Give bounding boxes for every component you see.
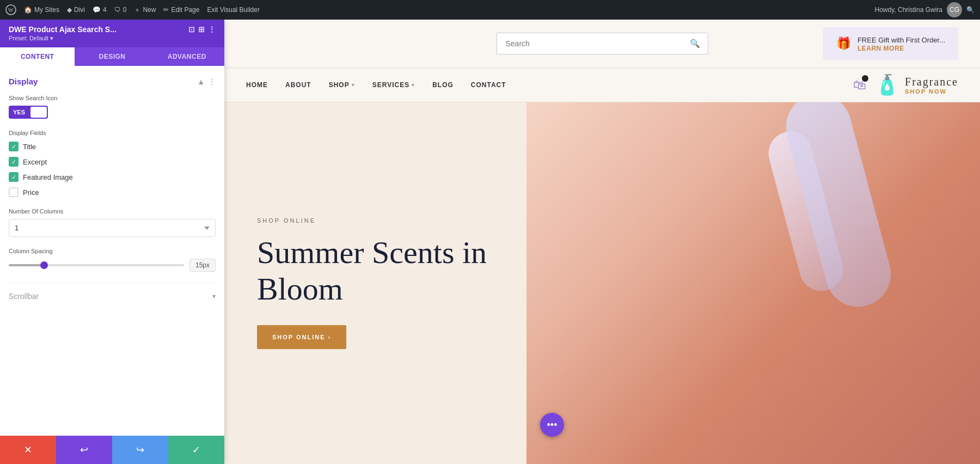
panel-tabs: Content Design Advanced xyxy=(0,47,224,66)
hero-shop-button[interactable]: SHOP ONLINE › xyxy=(257,325,346,349)
fragrance-name: Fragrance xyxy=(905,76,958,88)
preset-dropdown-icon[interactable]: ▾ xyxy=(50,35,53,41)
fragrance-cta[interactable]: SHOP NOW xyxy=(905,88,958,95)
panel-title-icons: ⊡ ⊞ ⋮ xyxy=(188,25,216,34)
show-search-icon-label: Show Search Icon xyxy=(9,95,216,101)
slider-row: 15px xyxy=(9,259,216,272)
promo-learn-more-link[interactable]: LEARN MORE xyxy=(857,45,945,52)
comments-link[interactable]: 💬 4 xyxy=(93,6,107,14)
fab-dots-icon: ••• xyxy=(547,419,558,431)
field-excerpt-label: Excerpt xyxy=(23,158,47,166)
nav-shop[interactable]: SHOP ▾ xyxy=(329,81,355,89)
plus-icon: ＋ xyxy=(134,5,140,15)
field-excerpt-item: ✓ Excerpt xyxy=(9,157,216,167)
confirm-button[interactable]: ✓ xyxy=(168,436,224,464)
fragrance-promo: 🧴 Fragrance SHOP NOW xyxy=(875,74,958,96)
exit-visual-builder-link[interactable]: Exit Visual Builder xyxy=(207,6,260,14)
tab-design[interactable]: Design xyxy=(75,47,149,66)
comment-icon: 💬 xyxy=(93,6,101,14)
toggle-yes-label: YES xyxy=(9,107,29,118)
services-dropdown-icon: ▾ xyxy=(412,82,415,88)
pending-comments-link[interactable]: 🗨 0 xyxy=(114,6,127,14)
undo-button[interactable]: ↩ xyxy=(56,436,112,464)
admin-bar-right: Howdy, Christina Gwira CG 🔍 xyxy=(875,2,975,17)
grid-icon[interactable]: ⊞ xyxy=(198,25,205,34)
nav-about[interactable]: ABOUT xyxy=(285,81,311,89)
column-spacing-field: Column Spacing 15px xyxy=(9,248,216,272)
svg-text:W: W xyxy=(8,7,14,13)
admin-bar: W 🏠 My Sites ◆ Divi 💬 4 🗨 0 ＋ New ✏ Edit… xyxy=(0,0,980,20)
section-more-icon[interactable]: ⋮ xyxy=(208,77,216,86)
nav-contact[interactable]: CONTACT xyxy=(471,81,506,89)
hero-section: SHOP ONLINE Summer Scents in Bloom SHOP … xyxy=(224,102,980,464)
divi-link[interactable]: ◆ Divi xyxy=(67,6,85,14)
panel-header: DWE Product Ajax Search S... ⊡ ⊞ ⋮ Prese… xyxy=(0,20,224,47)
scrollbar-section-header[interactable]: Scrollbar ▾ xyxy=(9,292,216,301)
redo-button[interactable]: ↪ xyxy=(112,436,168,464)
main-layout: DWE Product Ajax Search S... ⊡ ⊞ ⋮ Prese… xyxy=(0,20,980,464)
field-price-item: Price xyxy=(9,187,216,197)
panel-preset: Preset: Default ▾ xyxy=(9,35,216,42)
field-price-label: Price xyxy=(23,188,39,197)
slider-fill xyxy=(9,264,44,266)
left-panel: DWE Product Ajax Search S... ⊡ ⊞ ⋮ Prese… xyxy=(0,20,224,464)
fragrance-bottle-icon: 🧴 xyxy=(875,74,899,96)
search-admin-icon[interactable]: 🔍 xyxy=(966,6,975,14)
shop-dropdown-icon: ▾ xyxy=(352,82,355,88)
more-options-icon[interactable]: ⋮ xyxy=(208,25,216,34)
search-submit-button[interactable]: 🔍 xyxy=(682,33,708,54)
number-of-columns-label: Number Of Columns xyxy=(9,208,216,215)
nav-home[interactable]: HOME xyxy=(246,81,268,89)
nav-services[interactable]: SERVICES ▾ xyxy=(372,81,415,89)
tab-advanced[interactable]: Advanced xyxy=(150,47,224,66)
edit-page-link[interactable]: ✏ Edit Page xyxy=(163,6,199,14)
hero-bg xyxy=(526,102,980,464)
section-controls: ▲ ⋮ xyxy=(197,77,216,86)
field-price-checkbox[interactable] xyxy=(9,187,19,197)
scrollbar-section-title: Scrollbar xyxy=(9,292,39,301)
divi-icon: ◆ xyxy=(67,6,72,14)
promo-text: FREE Gift with First Order... xyxy=(857,36,945,44)
field-featured-image-checkbox[interactable]: ✓ xyxy=(9,172,19,182)
nav-links: HOME ABOUT SHOP ▾ SERVICES ▾ BLOG CONTAC xyxy=(246,81,506,89)
new-content-link[interactable]: ＋ New xyxy=(134,5,156,15)
slider-value: 15px xyxy=(189,259,216,272)
toggle-row: YES xyxy=(9,106,216,119)
tab-content[interactable]: Content xyxy=(0,47,75,66)
promo-banner: 🎁 FREE Gift with First Order... LEARN MO… xyxy=(823,27,958,60)
howdy-text: Howdy, Christina Gwira xyxy=(875,6,942,14)
slider-thumb[interactable] xyxy=(40,261,48,269)
display-section-title: Display xyxy=(9,77,38,86)
number-of-columns-field: Number Of Columns 1 2 3 4 xyxy=(9,208,216,237)
field-excerpt-checkbox[interactable]: ✓ xyxy=(9,157,19,167)
show-search-icon-field: Show Search Icon YES xyxy=(9,95,216,119)
nav-blog[interactable]: BLOG xyxy=(432,81,454,89)
cancel-button[interactable]: ✕ xyxy=(0,436,56,464)
my-sites-link[interactable]: 🏠 My Sites xyxy=(24,6,59,14)
fragrance-text-block: Fragrance SHOP NOW xyxy=(905,76,958,95)
column-spacing-label: Column Spacing xyxy=(9,248,216,254)
avatar[interactable]: CG xyxy=(947,2,962,17)
cart-icon[interactable]: 🛍 xyxy=(853,77,866,93)
wordpress-icon: W xyxy=(5,4,16,15)
panel-title: DWE Product Ajax Search S... ⊡ ⊞ ⋮ xyxy=(9,25,216,34)
search-magnifier-icon: 🔍 xyxy=(690,39,700,48)
field-title-checkbox[interactable]: ✓ xyxy=(9,142,19,151)
floating-action-button[interactable]: ••• xyxy=(540,413,564,437)
field-title-label: Title xyxy=(23,143,36,151)
columns-select[interactable]: 1 2 3 4 xyxy=(9,219,216,237)
site-top-bar: 🔍 🎁 FREE Gift with First Order... LEARN … xyxy=(224,20,980,68)
show-search-icon-toggle[interactable]: YES xyxy=(9,106,48,119)
panel-title-text: DWE Product Ajax Search S... xyxy=(9,25,117,34)
search-input[interactable] xyxy=(497,34,682,53)
nav-right: 🛍 🧴 Fragrance SHOP NOW xyxy=(853,74,958,96)
edit-icon: ✏ xyxy=(163,6,169,14)
promo-text-block: FREE Gift with First Order... LEARN MORE xyxy=(857,35,945,52)
gift-icon: 🎁 xyxy=(836,36,851,51)
scrollbar-collapse-icon: ▾ xyxy=(212,292,216,300)
wp-logo-link[interactable]: W xyxy=(5,4,16,15)
minimize-icon[interactable]: ⊡ xyxy=(188,25,195,34)
home-icon: 🏠 xyxy=(24,6,32,14)
collapse-icon[interactable]: ▲ xyxy=(197,77,205,86)
search-box: 🔍 xyxy=(497,33,708,54)
